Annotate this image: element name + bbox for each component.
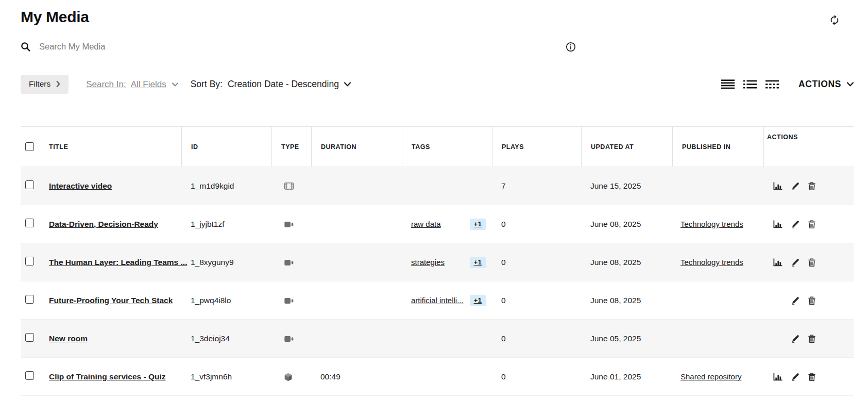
- trash-icon: [808, 258, 815, 267]
- search-icon: [21, 42, 30, 52]
- updated-at: June 05, 2025: [581, 334, 672, 343]
- tag-more-badge[interactable]: +1: [470, 257, 486, 268]
- search-in-dropdown[interactable]: Search In: All Fields: [86, 79, 178, 90]
- filters-label: Filters: [29, 79, 50, 89]
- media-table: TITLE ID TYPE DURATION TAGS PLAYS UPDATE…: [21, 126, 854, 398]
- published-in-link[interactable]: Technology trends: [680, 258, 743, 267]
- edit-button[interactable]: [791, 182, 799, 190]
- edit-button[interactable]: [791, 296, 799, 305]
- delete-button[interactable]: [808, 335, 815, 343]
- column-header-actions: ACTIONS: [763, 127, 854, 167]
- edit-button[interactable]: [791, 220, 799, 228]
- chevron-right-icon: [56, 81, 60, 87]
- row-checkbox[interactable]: [25, 219, 34, 227]
- bar-chart-icon: [773, 258, 782, 267]
- filters-button[interactable]: Filters: [21, 75, 69, 94]
- sort-by-dropdown[interactable]: Sort By: Creation Date - Descending: [191, 79, 351, 90]
- media-title-link[interactable]: The Human Layer: Leading Teams ...: [49, 258, 187, 267]
- trash-icon: [808, 296, 815, 305]
- video-camera-icon: [284, 259, 294, 266]
- delete-button[interactable]: [808, 373, 815, 381]
- media-id: 1_8xyguny9: [181, 258, 271, 267]
- published-in-link[interactable]: Technology trends: [680, 220, 743, 228]
- updated-at: June 01, 2025: [581, 372, 672, 381]
- media-title-link[interactable]: Interactive video: [49, 181, 112, 190]
- bar-chart-icon: [773, 220, 782, 228]
- media-type-cell: [271, 258, 311, 267]
- tags-cell: raw data +1: [402, 219, 492, 230]
- duration: 00:49: [311, 372, 402, 381]
- column-header-type: TYPE: [271, 127, 311, 167]
- dashed-table-icon: [765, 79, 779, 89]
- quiz-cube-icon: [284, 373, 292, 381]
- view-mode-table-button[interactable]: [765, 79, 779, 89]
- tag-link[interactable]: raw data: [411, 220, 441, 228]
- table-row: Clip of Training services - Quiz 1_vf3jm…: [21, 357, 854, 395]
- view-mode-detailed-button[interactable]: [721, 79, 735, 89]
- analytics-button[interactable]: [773, 182, 782, 190]
- search-input[interactable]: [38, 41, 558, 52]
- tags-cell: artificial intelli... +1: [402, 295, 492, 306]
- row-checkbox[interactable]: [25, 333, 34, 342]
- column-header-title: TITLE: [43, 127, 181, 167]
- tag-more-badge[interactable]: +1: [470, 219, 486, 230]
- column-header-updated-at: UPDATED AT: [581, 127, 672, 167]
- chevron-down-icon: [847, 82, 854, 87]
- row-checkbox[interactable]: [25, 371, 34, 380]
- actions-dropdown[interactable]: ACTIONS: [798, 79, 854, 90]
- search-in-value: All Fields: [131, 79, 166, 90]
- delete-button[interactable]: [808, 182, 815, 190]
- plays-count: 0: [492, 258, 581, 267]
- column-header-plays: PLAYS: [492, 127, 581, 167]
- sort-by-label: Sort By:: [191, 79, 223, 90]
- media-title-link[interactable]: Clip of Training services - Quiz: [49, 372, 166, 381]
- row-checkbox[interactable]: [25, 257, 34, 265]
- info-icon: [566, 42, 576, 52]
- media-type-cell: [271, 372, 311, 381]
- table-header-row: TITLE ID TYPE DURATION TAGS PLAYS UPDATE…: [21, 126, 854, 167]
- analytics-button[interactable]: [773, 220, 782, 228]
- tag-link[interactable]: strategies: [411, 258, 445, 267]
- media-title-link[interactable]: New room: [49, 334, 88, 343]
- interactive-video-icon: [284, 182, 294, 190]
- row-checkbox[interactable]: [25, 295, 34, 304]
- page-header: My Media: [0, 0, 868, 27]
- filter-toolbar: Filters Search In: All Fields Sort By: C…: [21, 75, 854, 94]
- plays-count: 0: [492, 296, 581, 305]
- table-row: Data-Driven, Decision-Ready 1_jyjbt1zf r…: [21, 205, 854, 243]
- select-all-checkbox[interactable]: [25, 142, 34, 151]
- media-title-link[interactable]: Future-Proofing Your Tech Stack: [49, 296, 173, 305]
- trash-icon: [808, 220, 815, 228]
- next-row-edge: [21, 395, 854, 398]
- delete-button[interactable]: [808, 220, 815, 228]
- edit-button[interactable]: [791, 335, 799, 343]
- media-id: 1_m1d9kgid: [181, 181, 271, 191]
- delete-button[interactable]: [808, 258, 815, 267]
- media-id: 1_jyjbt1zf: [181, 220, 271, 229]
- tag-more-badge[interactable]: +1: [470, 295, 486, 306]
- my-media-page: My Media Filters Search In: All Fields S…: [0, 0, 868, 398]
- edit-button[interactable]: [791, 373, 799, 381]
- search-info-button[interactable]: [566, 42, 576, 52]
- row-actions: [763, 373, 854, 381]
- pencil-icon: [791, 373, 799, 381]
- edit-button[interactable]: [791, 258, 799, 267]
- view-mode-list-button[interactable]: [743, 79, 757, 89]
- published-in-cell: Shared repository: [672, 372, 763, 381]
- row-select-cell: [21, 371, 43, 382]
- plays-count: 0: [492, 372, 581, 381]
- row-actions: [763, 220, 854, 228]
- media-title-link[interactable]: Data-Driven, Decision-Ready: [49, 220, 158, 228]
- row-checkbox[interactable]: [25, 180, 34, 189]
- row-actions: [763, 258, 854, 267]
- delete-button[interactable]: [808, 296, 815, 305]
- published-in-link[interactable]: Shared repository: [680, 372, 741, 381]
- refresh-button[interactable]: [829, 14, 840, 26]
- updated-at: June 08, 2025: [581, 220, 672, 229]
- chevron-down-icon: [172, 82, 178, 87]
- table-row: New room 1_3deioj34 0 June 05, 2025: [21, 319, 854, 357]
- tag-link[interactable]: artificial intelli...: [411, 296, 464, 305]
- analytics-button[interactable]: [773, 258, 782, 267]
- pencil-icon: [791, 182, 799, 190]
- analytics-button[interactable]: [773, 373, 782, 381]
